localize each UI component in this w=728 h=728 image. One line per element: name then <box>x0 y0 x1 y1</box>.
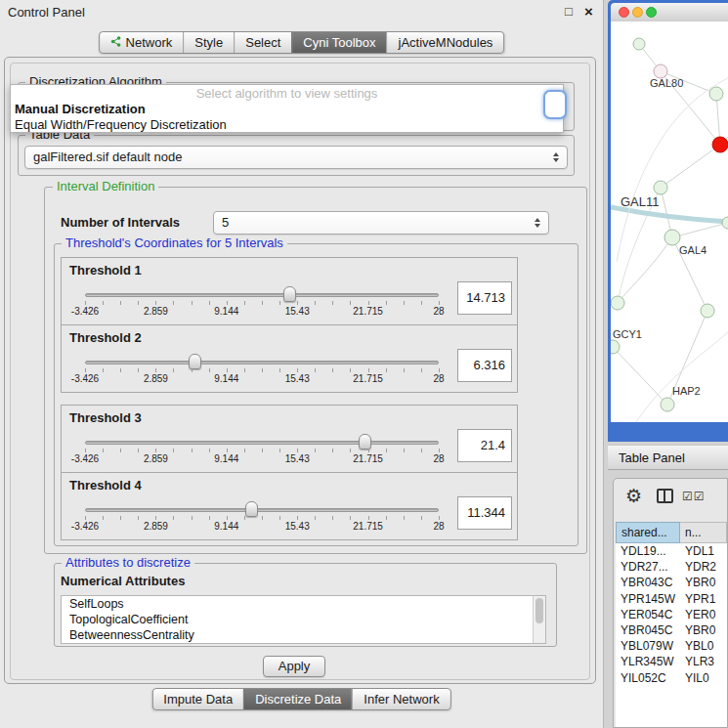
tab-select[interactable]: Select <box>234 32 291 53</box>
zoom-traffic-light-icon[interactable] <box>646 7 657 18</box>
list-item[interactable]: SelfLoops <box>62 596 545 612</box>
threshold-slider-track[interactable] <box>85 508 439 512</box>
threshold-slider-thumb[interactable] <box>283 286 296 302</box>
table-row[interactable]: YIL052C YIL0 <box>616 670 727 686</box>
tab-style[interactable]: Style <box>183 32 234 53</box>
threshold-slider-track[interactable] <box>85 441 439 445</box>
threshold-value-field[interactable]: 11.344 <box>457 496 512 530</box>
float-window-icon[interactable]: □ <box>565 4 573 19</box>
network-node[interactable] <box>633 38 645 50</box>
network-node[interactable] <box>722 217 728 229</box>
table-cell[interactable]: YLR345W <box>616 654 680 669</box>
threshold-slider-thumb[interactable] <box>245 501 258 517</box>
table-cell[interactable]: YER0 <box>680 607 727 622</box>
table-row[interactable]: YDR27... YDR2 <box>616 559 727 575</box>
dropdown-option[interactable]: Equal Width/Frequency Discretization <box>11 117 563 133</box>
table-row[interactable]: YPR145W YPR1 <box>616 591 727 607</box>
network-node[interactable] <box>712 137 728 152</box>
column-header-name[interactable]: n... <box>680 522 727 543</box>
threshold-slider-thumb[interactable] <box>359 434 371 450</box>
list-item[interactable]: TopologicalCoefficient <box>62 612 545 627</box>
threshold-slider-track[interactable] <box>85 361 439 364</box>
close-window-icon[interactable]: × <box>584 3 593 20</box>
tab-network[interactable]: Network <box>100 32 184 53</box>
threshold-value-field[interactable]: 6.316 <box>457 349 512 382</box>
table-cell[interactable]: YIL052C <box>616 670 680 686</box>
threshold-label: Threshold 3 <box>69 410 142 425</box>
algorithm-dropdown-popup: Select algorithm to view settings Manual… <box>10 84 564 133</box>
table-cell[interactable]: YDL1 <box>680 543 727 559</box>
threshold-label: Threshold 4 <box>69 478 142 492</box>
table-row[interactable]: YDL19... YDL1 <box>616 543 727 559</box>
network-canvas[interactable]: GAL80GAL11GAL4GCY1HAP2 <box>611 21 728 422</box>
tick-label: 15.43 <box>285 373 310 384</box>
table-body: YDL19... YDL1 YDR27... YDR2 YBR043C YBR0… <box>616 543 727 727</box>
table-cell[interactable]: YBR0 <box>680 575 727 590</box>
list-item[interactable]: BetweennessCentrality <box>62 627 545 643</box>
tab-cyni-toolbox[interactable]: Cyni Toolbox <box>291 32 386 53</box>
table-cell[interactable]: YBL0 <box>680 638 727 654</box>
table-cell[interactable]: YBR0 <box>680 622 727 638</box>
minimize-traffic-light-icon[interactable] <box>632 7 643 18</box>
table-cell[interactable]: YPR145W <box>616 591 680 607</box>
network-edge[interactable] <box>661 145 720 188</box>
table-row[interactable]: YER054C YER0 <box>616 607 727 622</box>
apply-button[interactable]: Apply <box>263 656 325 677</box>
node-label: GAL11 <box>621 194 660 209</box>
gear-icon[interactable]: ⚙ <box>625 485 642 507</box>
threshold-value-field[interactable]: 14.713 <box>457 281 512 315</box>
table-row[interactable]: YBR045C YBR0 <box>616 622 727 638</box>
network-node[interactable] <box>654 64 667 78</box>
tab-infer-network[interactable]: Infer Network <box>352 689 450 709</box>
network-node[interactable] <box>664 230 680 245</box>
table-cell[interactable]: YBR043C <box>616 575 680 590</box>
network-graph[interactable]: GAL80GAL11GAL4GCY1HAP2 <box>611 21 728 422</box>
number-of-intervals-select[interactable]: 5 <box>213 211 549 235</box>
tick-label: 9.144 <box>214 306 238 317</box>
table-cell[interactable]: YDR27... <box>616 559 680 575</box>
network-edge[interactable] <box>613 347 667 405</box>
select-columns-checkbox-icons[interactable]: ☑☑ <box>682 490 706 503</box>
table-cell[interactable]: YLR3 <box>680 654 727 669</box>
node-label: HAP2 <box>672 385 701 397</box>
table-cell[interactable]: YIL0 <box>680 670 727 686</box>
table-cell[interactable]: YPR1 <box>680 591 727 607</box>
network-node[interactable] <box>709 87 723 101</box>
network-window-titlebar[interactable] <box>611 3 728 21</box>
columns-icon[interactable] <box>657 489 673 503</box>
tab-discretize-data[interactable]: Discretize Data <box>243 689 352 709</box>
network-node[interactable] <box>654 181 667 194</box>
scrollbar-thumb[interactable] <box>535 598 543 623</box>
threshold-label: Threshold 1 <box>69 263 142 278</box>
number-of-intervals-value: 5 <box>222 212 229 234</box>
network-edge[interactable] <box>636 332 728 422</box>
tick-label: 15.43 <box>285 521 310 532</box>
table-row[interactable]: YBR043C YBR0 <box>616 575 727 590</box>
network-node[interactable] <box>701 304 714 318</box>
table-cell[interactable]: YER054C <box>616 607 680 622</box>
network-node[interactable] <box>611 296 624 310</box>
close-traffic-light-icon[interactable] <box>619 7 629 18</box>
threshold-slider-thumb[interactable] <box>189 354 201 369</box>
table-row[interactable]: YBL079W YBL0 <box>616 638 727 654</box>
tick-label: -3.426 <box>71 453 99 464</box>
list-scrollbar[interactable] <box>533 596 545 643</box>
dropdown-option[interactable]: Manual Discretization <box>11 102 563 117</box>
table-cell[interactable]: YBL079W <box>616 638 680 654</box>
table-row[interactable]: YLR345W YLR3 <box>616 654 727 669</box>
tab-impute-data[interactable]: Impute Data <box>152 689 243 709</box>
network-edge[interactable] <box>672 223 728 237</box>
network-node[interactable] <box>661 398 674 411</box>
algorithm-combo-focus-ring[interactable] <box>543 90 567 119</box>
threshold-value-field[interactable]: 21.4 <box>457 429 512 462</box>
table-data-select[interactable]: galFiltered.sif default node <box>24 146 568 169</box>
slider-tick-labels: -3.426 2.859 9.144 15.43 21.715 28 <box>85 306 439 318</box>
table-cell[interactable]: YBR045C <box>616 622 680 638</box>
tab-jactivemnodules[interactable]: jActiveMNodules <box>387 32 504 53</box>
network-icon <box>110 35 121 50</box>
table-cell[interactable]: YDR2 <box>680 559 727 575</box>
threshold-slider-track[interactable] <box>85 293 439 297</box>
table-cell[interactable]: YDL19... <box>616 543 680 559</box>
network-node[interactable] <box>611 340 620 354</box>
column-header-shared-name[interactable]: shared... <box>616 522 680 543</box>
